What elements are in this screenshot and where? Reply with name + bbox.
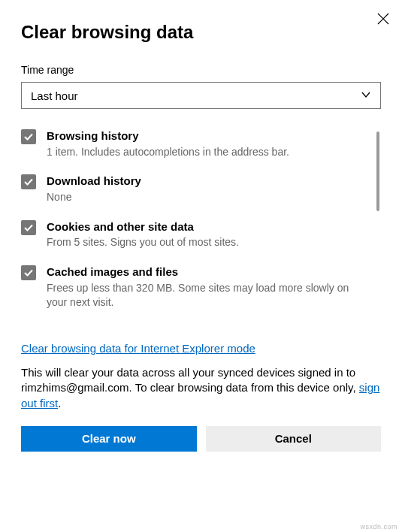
close-button[interactable] bbox=[376, 11, 391, 26]
option-desc: Frees up less than 320 MB. Some sites ma… bbox=[47, 281, 370, 310]
time-range-label: Time range bbox=[21, 64, 381, 76]
option-cached-files: Cached images and files Frees up less th… bbox=[21, 264, 370, 309]
option-title: Browsing history bbox=[47, 128, 370, 144]
time-range-select[interactable]: Last hour bbox=[21, 82, 381, 109]
cancel-button[interactable]: Cancel bbox=[206, 426, 382, 452]
option-desc: None bbox=[47, 190, 370, 204]
option-browsing-history: Browsing history 1 item. Includes autoco… bbox=[21, 128, 370, 159]
scrollbar-thumb[interactable] bbox=[376, 131, 379, 211]
checkbox-cached-files[interactable] bbox=[21, 265, 36, 280]
check-icon bbox=[23, 222, 34, 233]
checkbox-cookies[interactable] bbox=[21, 220, 36, 235]
ie-mode-link[interactable]: Clear browsing data for Internet Explore… bbox=[21, 342, 255, 355]
check-icon bbox=[23, 131, 34, 142]
option-desc: 1 item. Includes autocompletions in the … bbox=[47, 145, 370, 159]
option-cookies: Cookies and other site data From 5 sites… bbox=[21, 219, 370, 249]
checkbox-download-history[interactable] bbox=[21, 174, 36, 189]
sync-disclaimer: This will clear your data across all you… bbox=[21, 365, 381, 411]
time-range-value: Last hour bbox=[31, 89, 78, 102]
close-icon bbox=[376, 11, 391, 26]
option-desc: From 5 sites. Signs you out of most site… bbox=[47, 235, 370, 249]
options-list: Browsing history 1 item. Includes autoco… bbox=[21, 128, 381, 336]
disclaimer-text-before: This will clear your data across all you… bbox=[21, 366, 359, 394]
check-icon bbox=[23, 177, 34, 187]
option-title: Download history bbox=[47, 174, 370, 189]
checkbox-browsing-history[interactable] bbox=[21, 129, 36, 144]
dialog-title: Clear browsing data bbox=[21, 22, 381, 43]
option-title: Cached images and files bbox=[47, 264, 370, 280]
watermark: wsxdn.com bbox=[360, 523, 397, 530]
option-title: Cookies and other site data bbox=[47, 219, 370, 234]
option-download-history: Download history None bbox=[21, 174, 370, 204]
check-icon bbox=[23, 268, 34, 278]
clear-now-button[interactable]: Clear now bbox=[21, 426, 197, 452]
chevron-down-icon bbox=[361, 89, 371, 102]
disclaimer-text-after: . bbox=[58, 397, 61, 410]
